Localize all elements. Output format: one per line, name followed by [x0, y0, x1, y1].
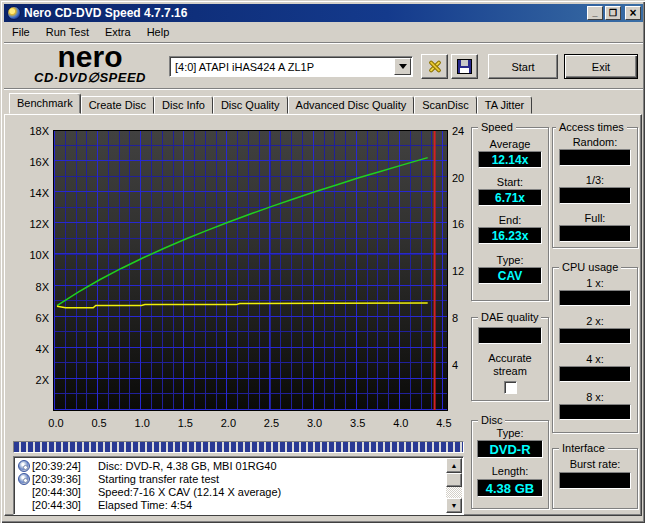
cpu-1x-value — [559, 290, 631, 306]
y-axis-left-tick: 4X — [23, 343, 49, 355]
speed-panel: Speed Average 12.14x Start: 6.71x End: 1… — [471, 127, 549, 301]
log-line: [20:39:36]Starting transfer rate test — [16, 472, 446, 485]
log-line: [20:39:24]Disc: DVD-R, 4.38 GB, MBI 01RG… — [16, 459, 446, 472]
app-window: Nero CD-DVD Speed 4.7.7.16 _ ❐ × FileRun… — [0, 0, 645, 523]
cpu-2x-label: 2 x: — [553, 315, 637, 327]
tab-ta-jitter[interactable]: TA Jitter — [477, 96, 533, 114]
x-axis-tick: 0.0 — [44, 417, 68, 429]
x-axis-tick: 2.0 — [216, 417, 240, 429]
rotation-speed-line — [57, 303, 428, 308]
log-timestamp: [20:39:36] — [32, 473, 90, 485]
log-timestamp: [20:39:24] — [32, 460, 90, 472]
tab-disc-info[interactable]: Disc Info — [154, 96, 213, 114]
chevron-down-icon[interactable] — [394, 58, 411, 75]
burst-rate-value — [559, 472, 631, 489]
access-random-value — [559, 149, 631, 166]
tab-disc-quality[interactable]: Disc Quality — [213, 96, 288, 114]
scroll-down-button[interactable]: ▼ — [446, 498, 462, 513]
scrollbar-thumb[interactable] — [446, 473, 462, 487]
y-axis-left-tick: 6X — [23, 312, 49, 324]
dae-quality-title: DAE quality — [478, 311, 541, 323]
close-button[interactable]: × — [625, 6, 641, 20]
log-line: [20:44:30]Speed:7-16 X CAV (12.14 X aver… — [16, 485, 446, 498]
burst-rate-label: Burst rate: — [553, 458, 637, 470]
cddvdspeed-logo-text: CD·DVD∅SPEED — [15, 70, 165, 85]
access-full-label: Full: — [553, 212, 637, 224]
arrow-down-icon: ▼ — [451, 502, 458, 509]
title-bar[interactable]: Nero CD-DVD Speed 4.7.7.16 _ ❐ × — [4, 4, 643, 22]
chart-plot-area — [54, 131, 447, 410]
tools-icon — [426, 58, 444, 76]
exit-button[interactable]: Exit — [564, 54, 638, 79]
save-button[interactable] — [451, 54, 478, 79]
accurate-stream-checkbox[interactable] — [504, 381, 517, 394]
access-full-value — [559, 225, 631, 242]
log-scrollbar[interactable]: ▲ ▼ — [446, 458, 462, 513]
tab-create-disc[interactable]: Create Disc — [81, 96, 154, 114]
menu-run-test[interactable]: Run Test — [38, 24, 97, 40]
tab-advanced-disc-quality[interactable]: Advanced Disc Quality — [288, 96, 415, 114]
app-icon — [7, 6, 21, 20]
maximize-icon: ❐ — [609, 9, 617, 18]
log-box[interactable]: [20:39:24]Disc: DVD-R, 4.38 GB, MBI 01RG… — [13, 456, 464, 515]
speed-start-value: 6.71x — [478, 189, 542, 206]
tab-benchmark[interactable]: Benchmark — [9, 93, 81, 114]
menu-extra[interactable]: Extra — [97, 24, 139, 40]
menu-bar: FileRun TestExtraHelp — [4, 22, 643, 42]
x-axis-tick: 3.0 — [303, 417, 327, 429]
x-axis-tick: 0.5 — [87, 417, 111, 429]
speed-average-label: Average — [472, 138, 548, 150]
read-speed-curve — [57, 158, 428, 306]
cpu-4x-value — [559, 366, 631, 382]
close-icon: × — [629, 7, 636, 19]
accurate-stream-label: Accurate — [472, 352, 548, 364]
menu-file[interactable]: File — [4, 24, 38, 40]
y-axis-left-tick: 8X — [23, 281, 49, 293]
cpu-4x-label: 4 x: — [553, 353, 637, 365]
log-timestamp: [20:44:30] — [32, 499, 90, 511]
x-axis-tick: 4.0 — [389, 417, 413, 429]
scroll-up-button[interactable]: ▲ — [446, 458, 462, 473]
minimize-button[interactable]: _ — [587, 6, 603, 20]
y-axis-left-tick: 2X — [23, 374, 49, 386]
log-timestamp: [20:44:30] — [32, 486, 90, 498]
disc-panel: Disc Type: DVD-R Length: 4.38 GB — [471, 420, 549, 509]
maximize-button[interactable]: ❐ — [605, 6, 621, 20]
progress-bar — [13, 441, 464, 453]
access-13-label: 1/3: — [553, 174, 637, 186]
y-axis-right-tick: 4 — [452, 359, 458, 371]
log-message: Speed:7-16 X CAV (12.14 X average) — [90, 486, 281, 498]
tab-strip: BenchmarkCreate DiscDisc InfoDisc Qualit… — [9, 93, 532, 114]
dae-quality-panel: DAE quality Accurate stream — [471, 317, 549, 401]
drive-select[interactable]: [4:0] ATAPI iHAS424 A ZL1P — [169, 56, 413, 77]
cpu-8x-value — [559, 404, 631, 420]
access-times-panel: Access times Random: 1/3: Full: — [552, 127, 638, 248]
access-times-title: Access times — [556, 121, 627, 133]
disc-icon — [18, 473, 30, 485]
accurate-stream-label2: stream — [472, 365, 548, 377]
options-button[interactable] — [421, 54, 448, 79]
start-button[interactable]: Start — [488, 54, 558, 79]
arrow-up-icon: ▲ — [451, 462, 458, 469]
disc-type-label: Type: — [472, 427, 548, 439]
disc-type-value: DVD-R — [477, 440, 543, 458]
y-axis-right-tick: 20 — [452, 172, 464, 184]
menu-help[interactable]: Help — [139, 24, 178, 40]
speed-end-value: 16.23x — [478, 227, 542, 244]
y-axis-right-tick: 8 — [452, 312, 458, 324]
interface-panel: Interface Burst rate: — [552, 448, 638, 509]
y-axis-left-tick: 16X — [23, 156, 49, 168]
speed-type-label: Type: — [472, 254, 548, 266]
log-message: Starting transfer rate test — [90, 473, 219, 485]
window-title: Nero CD-DVD Speed 4.7.7.16 — [24, 6, 585, 20]
disc-icon — [18, 460, 30, 472]
access-random-label: Random: — [553, 136, 637, 148]
x-axis-tick: 1.0 — [130, 417, 154, 429]
nero-logo-text: nero — [15, 44, 165, 70]
nero-logo: nero CD·DVD∅SPEED — [15, 44, 165, 85]
drive-select-value: [4:0] ATAPI iHAS424 A ZL1P — [170, 61, 394, 73]
cpu-1x-label: 1 x: — [553, 277, 637, 289]
tab-scandisc[interactable]: ScanDisc — [414, 96, 476, 114]
access-13-value — [559, 187, 631, 204]
no-icon — [18, 499, 30, 511]
